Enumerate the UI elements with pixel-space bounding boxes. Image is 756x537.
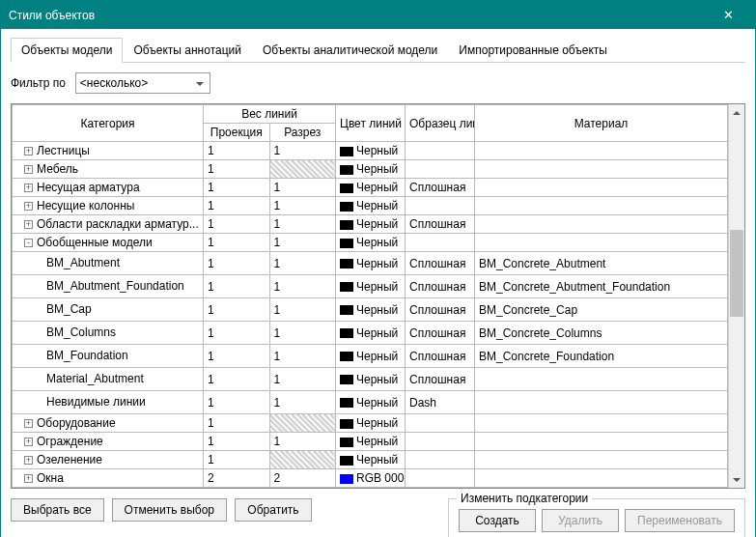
vertical-scrollbar[interactable] [728, 104, 744, 488]
header-cut[interactable]: Разрез [269, 124, 336, 142]
material-cell[interactable]: BM_Concrete_Abutment [475, 252, 728, 275]
projection-cell[interactable]: 1 [204, 252, 270, 275]
linepattern-cell[interactable] [406, 160, 475, 179]
tree-expand-icon[interactable]: + [24, 456, 33, 465]
linepattern-cell[interactable] [406, 197, 475, 215]
material-cell[interactable] [475, 160, 728, 179]
projection-cell[interactable]: 1 [204, 142, 270, 160]
material-cell[interactable] [475, 391, 728, 414]
cut-cell[interactable]: 1 [269, 345, 336, 368]
material-cell[interactable] [475, 142, 728, 160]
material-cell[interactable] [475, 215, 728, 234]
category-cell[interactable]: +Области раскладки арматур... [13, 215, 204, 234]
linecolor-cell[interactable]: Черный [336, 179, 406, 197]
linepattern-cell[interactable]: Сплошная [406, 298, 475, 322]
select-all-button[interactable]: Выбрать все [11, 498, 104, 522]
material-cell[interactable] [475, 451, 728, 469]
linecolor-cell[interactable]: Черный [336, 368, 406, 391]
cut-cell[interactable]: 2 [269, 469, 336, 488]
table-row[interactable]: -Обобщенные модели11Черный [13, 234, 728, 252]
cut-cell[interactable]: 1 [269, 368, 336, 391]
material-cell[interactable] [475, 433, 728, 451]
select-none-button[interactable]: Отменить выбор [112, 498, 227, 522]
tree-expand-icon[interactable]: + [24, 220, 33, 229]
linecolor-cell[interactable]: Черный [336, 197, 406, 215]
category-cell[interactable]: +Несущая арматура [13, 179, 204, 197]
cut-cell[interactable]: 1 [269, 179, 336, 197]
linecolor-cell[interactable]: Черный [336, 391, 406, 414]
category-cell[interactable]: +Озеленение [13, 451, 204, 469]
scroll-up-icon[interactable] [729, 104, 744, 121]
material-cell[interactable]: BM_Concrete_Cap [475, 298, 728, 322]
category-cell[interactable]: +Несущие колонны [13, 197, 204, 215]
cut-cell[interactable]: 1 [269, 275, 336, 298]
table-row[interactable]: BM_Abutment11ЧерныйСплошнаяBM_Concrete_A… [13, 252, 728, 275]
linecolor-cell[interactable]: Черный [336, 252, 406, 275]
cut-cell[interactable]: 1 [269, 197, 336, 215]
cut-cell[interactable]: 1 [269, 215, 336, 234]
tree-expand-icon[interactable]: + [24, 474, 33, 483]
table-row[interactable]: +Мебель1Черный [13, 160, 728, 179]
projection-cell[interactable]: 1 [204, 234, 270, 252]
category-cell[interactable]: BM_Abutment_Foundation [13, 275, 204, 298]
table-row[interactable]: +Оборудование1Черный [13, 414, 728, 433]
linepattern-cell[interactable] [406, 451, 475, 469]
linecolor-cell[interactable]: Черный [336, 298, 406, 322]
material-cell[interactable] [475, 179, 728, 197]
category-cell[interactable]: -Обобщенные модели [13, 234, 204, 252]
category-cell[interactable]: +Оборудование [13, 414, 204, 433]
header-linepattern[interactable]: Образец линий [406, 105, 475, 142]
tab-0[interactable]: Объекты модели [11, 38, 123, 63]
linecolor-cell[interactable]: Черный [336, 142, 406, 160]
material-cell[interactable] [475, 469, 728, 488]
material-cell[interactable] [475, 368, 728, 391]
tab-3[interactable]: Импортированные объекты [448, 38, 618, 63]
linepattern-cell[interactable]: Сплошная [406, 275, 475, 298]
projection-cell[interactable]: 1 [204, 391, 270, 414]
cut-cell[interactable]: 1 [269, 234, 336, 252]
projection-cell[interactable]: 1 [204, 433, 270, 451]
table-row[interactable]: +Озеленение1Черный [13, 451, 728, 469]
table-row[interactable]: +Лестницы11Черный [13, 142, 728, 160]
table-row[interactable]: +Несущие колонны11Черный [13, 197, 728, 215]
tree-expand-icon[interactable]: + [24, 147, 33, 155]
linecolor-cell[interactable]: Черный [336, 433, 406, 451]
create-button[interactable]: Создать [459, 509, 536, 532]
linecolor-cell[interactable]: Черный [336, 160, 406, 179]
linepattern-cell[interactable]: Dash [406, 391, 475, 414]
material-cell[interactable]: BM_Concrete_Abutment_Foundation [475, 275, 728, 298]
category-cell[interactable]: BM_Columns [13, 322, 204, 345]
projection-cell[interactable]: 1 [204, 368, 270, 391]
tree-expand-icon[interactable]: + [24, 438, 33, 446]
linepattern-cell[interactable] [406, 414, 475, 433]
table-row[interactable]: +Окна22RGB 000-0... [13, 469, 728, 488]
header-category[interactable]: Категория [13, 105, 204, 142]
cut-cell[interactable]: 1 [269, 391, 336, 414]
cut-cell[interactable]: 1 [269, 252, 336, 275]
table-row[interactable]: +Области раскладки арматур...11ЧерныйСпл… [13, 215, 728, 234]
close-button[interactable]: ✕ [709, 1, 747, 29]
material-cell[interactable] [475, 197, 728, 215]
linecolor-cell[interactable]: RGB 000-0... [336, 469, 406, 488]
linecolor-cell[interactable]: Черный [336, 275, 406, 298]
cut-cell[interactable] [269, 160, 336, 179]
table-row[interactable]: +Ограждение11Черный [13, 433, 728, 451]
projection-cell[interactable]: 1 [204, 322, 270, 345]
linecolor-cell[interactable]: Черный [336, 322, 406, 345]
cut-cell[interactable]: 1 [269, 433, 336, 451]
invert-button[interactable]: Обратить [235, 498, 312, 522]
projection-cell[interactable]: 1 [204, 197, 270, 215]
category-cell[interactable]: Невидимые линии [13, 391, 204, 414]
linecolor-cell[interactable]: Черный [336, 451, 406, 469]
tree-expand-icon[interactable]: + [24, 184, 33, 192]
cut-cell[interactable] [269, 414, 336, 433]
header-linecolor[interactable]: Цвет линий [336, 105, 406, 142]
projection-cell[interactable]: 1 [204, 215, 270, 234]
table-row[interactable]: BM_Foundation11ЧерныйСплошнаяBM_Concrete… [13, 345, 728, 368]
material-cell[interactable]: BM_Concrete_Columns [475, 322, 728, 345]
projection-cell[interactable]: 1 [204, 275, 270, 298]
linecolor-cell[interactable]: Черный [336, 215, 406, 234]
header-material[interactable]: Материал [475, 105, 728, 142]
projection-cell[interactable]: 1 [204, 160, 270, 179]
category-cell[interactable]: +Ограждение [13, 433, 204, 451]
